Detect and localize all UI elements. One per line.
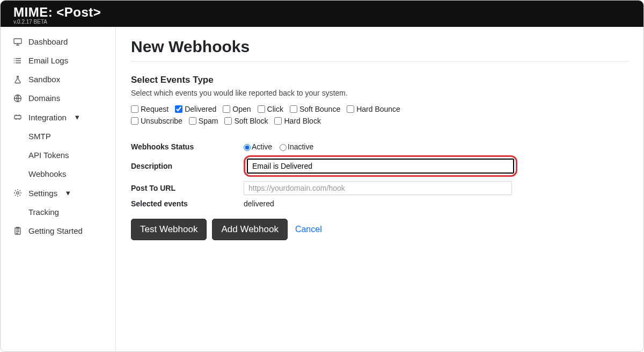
sidebar-subitem-webhooks[interactable]: Webhooks [5, 164, 115, 183]
description-input[interactable] [247, 159, 514, 174]
sidebar-item-dashboard[interactable]: Dashboard [5, 32, 115, 51]
brand-version: v.0.2.17 BETA [13, 19, 631, 25]
svg-rect-2 [14, 116, 21, 119]
post-url-input[interactable] [244, 181, 512, 195]
events-row-2: Unsubscribe Spam Soft Block Hard Block [131, 117, 628, 125]
sidebar-item-getting-started[interactable]: Getting Started [5, 221, 115, 240]
events-row-1: Request Delivered Open Click Soft Bounce… [131, 105, 628, 113]
event-request-checkbox[interactable] [131, 105, 138, 113]
events-section-desc: Select which events you would like repor… [131, 89, 628, 97]
sidebar-item-label: Sandbox [28, 75, 60, 84]
event-label: Hard Bounce [356, 105, 400, 113]
selected-events-value: delivered [244, 199, 628, 208]
radio-label: Active [252, 142, 272, 151]
status-active-option[interactable]: Active [244, 142, 272, 151]
event-click[interactable]: Click [258, 105, 283, 113]
event-delivered-checkbox[interactable] [175, 105, 182, 113]
status-label: Webhooks Status [131, 142, 244, 151]
sidebar-subitem-smtp[interactable]: SMTP [5, 127, 115, 146]
sidebar-item-label: Tracking [28, 207, 59, 217]
description-label: Description [131, 162, 244, 170]
event-request[interactable]: Request [131, 105, 169, 113]
clipboard-icon [13, 227, 22, 235]
selected-events-label: Selected events [131, 199, 244, 208]
sidebar-item-label: Webhooks [28, 169, 67, 178]
event-hard-bounce-checkbox[interactable] [347, 105, 354, 113]
events-section-title: Select Events Type [131, 75, 628, 85]
sidebar-item-email-logs[interactable]: Email Logs [5, 51, 115, 70]
gear-icon [13, 189, 22, 197]
event-delivered[interactable]: Delivered [175, 105, 216, 113]
sidebar: Dashboard Email Logs Sandbox Domains Int… [1, 27, 116, 351]
event-soft-block[interactable]: Soft Block [224, 117, 268, 125]
sidebar-item-label: SMTP [28, 132, 51, 141]
sidebar-item-label: Settings [28, 189, 57, 198]
sidebar-item-integration[interactable]: Integration ▾ [5, 107, 115, 127]
event-click-checkbox[interactable] [258, 105, 265, 113]
event-label: Open [232, 105, 251, 113]
event-unsubscribe-checkbox[interactable] [131, 117, 138, 125]
test-webhook-button[interactable]: Test Webhook [131, 219, 207, 240]
sidebar-item-domains[interactable]: Domains [5, 89, 115, 107]
status-inactive-radio[interactable] [280, 144, 287, 151]
event-open[interactable]: Open [223, 105, 251, 113]
event-label: Spam [199, 117, 218, 125]
svg-rect-0 [14, 39, 21, 44]
cancel-link[interactable]: Cancel [295, 225, 322, 234]
sidebar-item-label: Domains [28, 94, 60, 103]
monitor-icon [13, 38, 22, 46]
status-active-radio[interactable] [244, 144, 251, 151]
actions-bar: Test Webhook Add Webhook Cancel [131, 219, 628, 240]
event-hard-block-checkbox[interactable] [274, 117, 282, 125]
event-unsubscribe[interactable]: Unsubscribe [131, 117, 182, 125]
event-label: Delivered [185, 105, 216, 113]
sidebar-item-label: Getting Started [28, 226, 83, 235]
event-label: Request [141, 105, 169, 113]
event-soft-bounce[interactable]: Soft Bounce [290, 105, 340, 113]
event-hard-block[interactable]: Hard Block [274, 117, 320, 125]
status-radio-group: Active Inactive [244, 142, 628, 151]
status-inactive-option[interactable]: Inactive [280, 142, 313, 151]
page-title: New Webhooks [131, 38, 628, 56]
sidebar-item-sandbox[interactable]: Sandbox [5, 70, 115, 89]
sidebar-subitem-api-tokens[interactable]: API Tokens [5, 146, 115, 164]
sidebar-item-label: Dashboard [28, 37, 68, 46]
main-content: New Webhooks Select Events Type Select w… [116, 27, 643, 351]
sidebar-item-label: API Tokens [28, 150, 69, 160]
event-label: Hard Block [284, 117, 320, 125]
event-label: Click [267, 105, 283, 113]
list-icon [13, 56, 22, 65]
brand-title: MIME: <Post> [13, 5, 631, 20]
globe-icon [13, 94, 22, 103]
add-webhook-button[interactable]: Add Webhook [212, 219, 287, 240]
url-label: Post To URL [131, 184, 244, 192]
svg-point-3 [17, 192, 19, 194]
sidebar-item-label: Integration [28, 113, 67, 122]
event-open-checkbox[interactable] [223, 105, 230, 113]
sidebar-subitem-tracking[interactable]: Tracking [5, 203, 115, 221]
flask-icon [13, 75, 22, 84]
sidebar-item-settings[interactable]: Settings ▾ [5, 183, 115, 203]
event-soft-block-checkbox[interactable] [224, 117, 232, 125]
divider [131, 61, 628, 62]
plug-icon [13, 113, 22, 121]
chevron-down-icon: ▾ [75, 112, 79, 122]
event-soft-bounce-checkbox[interactable] [290, 105, 297, 113]
radio-label: Inactive [288, 142, 313, 151]
event-label: Soft Block [234, 117, 268, 125]
event-label: Unsubscribe [141, 117, 182, 125]
event-label: Soft Bounce [299, 105, 340, 113]
sidebar-item-label: Email Logs [28, 56, 68, 65]
chevron-down-icon: ▾ [66, 188, 70, 198]
event-hard-bounce[interactable]: Hard Bounce [347, 105, 400, 113]
app-header: MIME: <Post> v.0.2.17 BETA [1, 1, 643, 27]
event-spam-checkbox[interactable] [189, 117, 196, 125]
description-highlight [244, 155, 517, 177]
event-spam[interactable]: Spam [189, 117, 218, 125]
